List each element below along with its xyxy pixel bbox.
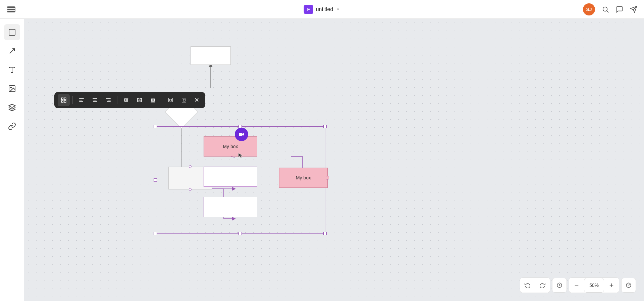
undo-button[interactable] xyxy=(520,278,535,293)
svg-line-1 xyxy=(607,11,608,12)
save-status-icon: ⚬ xyxy=(336,6,340,12)
zoom-level[interactable]: 50% xyxy=(584,278,604,293)
sidebar-tool-image[interactable] xyxy=(4,81,20,97)
svg-rect-14 xyxy=(61,98,63,99)
header-left xyxy=(7,6,15,12)
svg-line-5 xyxy=(10,49,14,53)
toolbar-align-right-btn[interactable] xyxy=(102,94,114,106)
shape-top-rect[interactable] xyxy=(191,46,231,65)
handle-br[interactable] xyxy=(323,232,327,235)
pink-right-handle[interactable] xyxy=(326,176,329,179)
header: F untitled ⚬ SJ xyxy=(0,0,644,19)
document-title[interactable]: untitled xyxy=(316,6,333,12)
canvas[interactable]: My box My box xyxy=(24,19,644,301)
history-button[interactable] xyxy=(552,278,567,293)
avatar[interactable]: SJ xyxy=(583,3,595,15)
svg-point-0 xyxy=(603,7,607,11)
svg-rect-4 xyxy=(9,29,15,35)
bottom-bar: 50% xyxy=(520,277,636,293)
header-right: SJ xyxy=(583,3,637,15)
toolbar-close-btn[interactable]: ✕ xyxy=(192,95,202,105)
sidebar-tool-text[interactable] xyxy=(4,62,20,78)
toolbar-align-left-btn[interactable] xyxy=(75,94,88,106)
toolbar-space-h-btn[interactable] xyxy=(165,94,177,106)
toolbar-dist-bot-btn[interactable] xyxy=(147,94,159,106)
shape-white-mid[interactable] xyxy=(204,167,257,187)
pink-top-label: My box xyxy=(223,144,238,149)
toolbar-space-v-btn[interactable] xyxy=(178,94,190,106)
toolbar-divider-1 xyxy=(72,96,73,104)
svg-rect-41 xyxy=(183,99,185,101)
svg-rect-16 xyxy=(61,101,63,102)
header-center: F untitled ⚬ xyxy=(304,5,340,14)
svg-point-9 xyxy=(10,87,11,88)
app-logo: F xyxy=(304,5,313,14)
svg-rect-34 xyxy=(152,99,153,101)
zoom-out-button[interactable] xyxy=(569,278,584,293)
handle-bl[interactable] xyxy=(154,232,157,235)
svg-rect-17 xyxy=(64,101,66,102)
toolbar-divider-3 xyxy=(162,96,162,104)
sidebar xyxy=(0,19,24,301)
zoom-in-button[interactable] xyxy=(604,278,619,293)
svg-rect-29 xyxy=(126,99,128,101)
svg-rect-15 xyxy=(64,98,66,99)
help-button[interactable] xyxy=(621,278,636,293)
sidebar-tool-arrow[interactable] xyxy=(4,43,20,59)
pink-right-label: My box xyxy=(296,175,311,180)
svg-rect-28 xyxy=(125,99,126,101)
svg-rect-35 xyxy=(153,99,155,101)
redo-button[interactable] xyxy=(535,278,550,293)
toolbar-grid-btn[interactable] xyxy=(58,94,70,106)
sidebar-tool-component[interactable] xyxy=(4,99,20,116)
purple-video-button[interactable] xyxy=(235,128,248,141)
shape-pink-right[interactable]: My box xyxy=(279,168,328,188)
shape-white-bot[interactable] xyxy=(204,197,257,217)
undo-redo-group xyxy=(520,277,550,293)
share-button[interactable] xyxy=(630,6,637,13)
svg-rect-38 xyxy=(170,99,172,101)
handle-tr[interactable] xyxy=(323,125,327,128)
search-button[interactable] xyxy=(602,6,609,13)
toolbar-dist-top-btn[interactable] xyxy=(120,94,132,106)
toolbar-dist-mid-btn[interactable] xyxy=(133,94,146,106)
handle-tl[interactable] xyxy=(154,125,157,128)
sidebar-tool-frame[interactable] xyxy=(4,24,20,40)
context-toolbar: ✕ xyxy=(54,92,205,108)
toolbar-divider-2 xyxy=(117,96,117,104)
chat-button[interactable] xyxy=(616,6,623,13)
handle-bm[interactable] xyxy=(238,232,242,235)
shape-pink-top[interactable]: My box xyxy=(204,136,257,157)
menu-button[interactable] xyxy=(7,6,15,12)
toolbar-align-center-btn[interactable] xyxy=(89,94,101,106)
handle-ml[interactable] xyxy=(154,178,157,182)
zoom-group: 50% xyxy=(569,277,619,293)
sidebar-tool-link[interactable] xyxy=(4,118,20,134)
